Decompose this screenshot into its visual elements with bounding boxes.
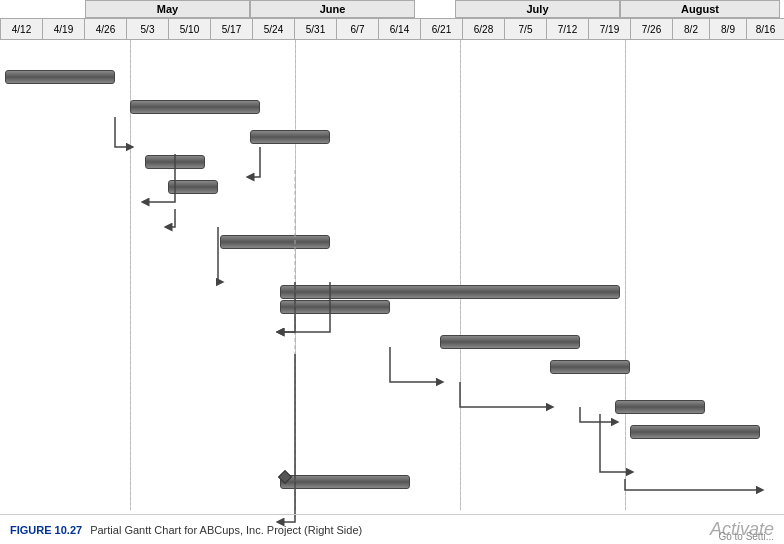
date-cell-8-2: 8/2	[672, 18, 709, 40]
gantt-bar-bar13	[280, 475, 410, 489]
gantt-area	[0, 40, 784, 510]
date-cell-5-10: 5/10	[168, 18, 210, 40]
gantt-bar-bar10	[550, 360, 630, 374]
date-cell-5-3: 5/3	[126, 18, 168, 40]
date-cell-5-31: 5/31	[294, 18, 336, 40]
figure-caption: Partial Gantt Chart for ABCups, Inc. Pro…	[90, 524, 362, 536]
date-cell-6-7: 6/7	[336, 18, 378, 40]
date-cell-8-16: 8/16	[746, 18, 784, 40]
date-cell-6-14: 6/14	[378, 18, 420, 40]
gantt-bar-bar4	[145, 155, 205, 169]
figure-label: FIGURE 10.27	[10, 524, 82, 536]
month-header-june: June	[250, 0, 415, 18]
date-cell-6-28: 6/28	[462, 18, 504, 40]
gantt-bar-bar8	[280, 300, 390, 314]
gantt-bar-bar2	[130, 100, 260, 114]
gantt-bar-bar11	[615, 400, 705, 414]
date-cell-7-5: 7/5	[504, 18, 546, 40]
gantt-bar-bar7	[280, 285, 620, 299]
gantt-bar-bar6	[220, 235, 330, 249]
month-header-july: July	[455, 0, 620, 18]
month-header-may: May	[85, 0, 250, 18]
date-cell-8-9: 8/9	[709, 18, 746, 40]
date-cell-5-17: 5/17	[210, 18, 252, 40]
date-cell-4-12: 4/12	[0, 18, 42, 40]
date-cell-5-24: 5/24	[252, 18, 294, 40]
gantt-container: MayJuneJulyAugust 4/124/194/265/35/105/1…	[0, 0, 784, 544]
vline-3	[625, 40, 626, 510]
date-cell-7-19: 7/19	[588, 18, 630, 40]
date-cell-7-12: 7/12	[546, 18, 588, 40]
gantt-bar-bar5	[168, 180, 218, 194]
footer: FIGURE 10.27 Partial Gantt Chart for ABC…	[0, 514, 784, 544]
gantt-bar-bar9	[440, 335, 580, 349]
gantt-bar-bar12	[630, 425, 760, 439]
goto-text: Go to Setti...	[718, 531, 774, 542]
date-cell-6-21: 6/21	[420, 18, 462, 40]
vline-2	[460, 40, 461, 510]
date-cell-4-19: 4/19	[42, 18, 84, 40]
vline-1	[295, 40, 296, 510]
date-cell-4-26: 4/26	[84, 18, 126, 40]
date-row: 4/124/194/265/35/105/175/245/316/76/146/…	[0, 18, 784, 40]
date-cell-7-26: 7/26	[630, 18, 672, 40]
gantt-bar-bar1	[5, 70, 115, 84]
month-header-august: August	[620, 0, 780, 18]
gantt-bar-bar3	[250, 130, 330, 144]
